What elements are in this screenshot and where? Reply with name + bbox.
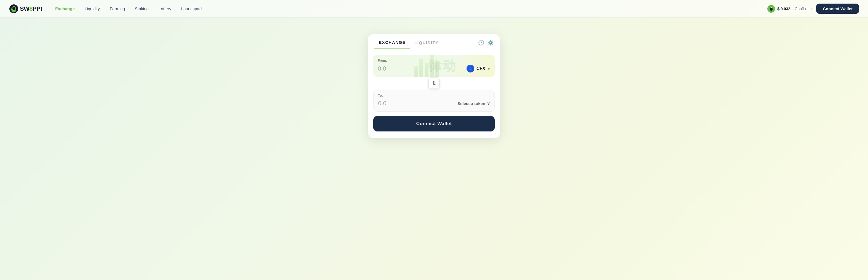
swap-button-row: ⇅ [373, 77, 495, 89]
logo: SW8PPI [9, 4, 42, 14]
nav-liquidity[interactable]: Liquidity [85, 6, 100, 11]
tab-icons: 🕐 ⚙️ [478, 40, 494, 49]
navbar: SW8PPI Exchange Liquidity Farming Stakin… [0, 0, 868, 18]
network-badge[interactable]: Conflu... › [795, 7, 812, 11]
network-name: Conflu... [795, 7, 809, 11]
cfx-chevron-icon: ∨ [488, 67, 490, 71]
svg-point-5 [771, 7, 772, 8]
tab-exchange[interactable]: EXCHANGE [374, 40, 410, 49]
logo-icon [9, 4, 19, 14]
nav-right: $ 0.032 Conflu... › Connect Wallet [767, 4, 859, 14]
tab-liquidity[interactable]: LIQUIDITY [410, 40, 443, 49]
from-box: 律动 From: C CFX ∨ [373, 55, 495, 77]
from-label: From: [378, 59, 490, 63]
svg-point-3 [13, 6, 14, 7]
card-tabs: EXCHANGE LIQUIDITY 🕐 ⚙️ [368, 34, 500, 49]
to-row: Select a token ∨ [378, 100, 490, 107]
nav-lottery[interactable]: Lottery [159, 6, 171, 11]
cfx-logo: C [467, 65, 474, 72]
price-badge: $ 0.032 [767, 5, 790, 13]
connect-wallet-main-button[interactable]: Connect Wallet [373, 116, 495, 131]
select-token-label: Select a token [458, 101, 485, 106]
select-token-button[interactable]: Select a token ∨ [458, 101, 490, 106]
network-chevron-icon: › [811, 7, 812, 11]
to-amount-input[interactable] [378, 100, 411, 107]
select-token-chevron-icon: ∨ [487, 101, 490, 106]
token-price-icon [767, 5, 775, 13]
logo-text: SW8PPI [20, 5, 42, 12]
swap-direction-button[interactable]: ⇅ [428, 77, 440, 89]
nav-staking[interactable]: Staking [135, 6, 149, 11]
clock-icon[interactable]: 🕐 [478, 40, 484, 46]
svg-text:C: C [470, 68, 471, 70]
to-label: To: [378, 94, 490, 98]
nav-exchange[interactable]: Exchange [55, 6, 75, 11]
connect-wallet-nav-button[interactable]: Connect Wallet [816, 4, 859, 14]
nav-farming[interactable]: Farming [110, 6, 125, 11]
cfx-token-name: CFX [476, 66, 485, 71]
from-row: C CFX ∨ [378, 65, 490, 72]
token-price: $ 0.032 [777, 7, 790, 11]
nav-links: Exchange Liquidity Farming Staking Lotte… [55, 6, 767, 11]
exchange-body: 律动 From: C CFX ∨ [368, 49, 500, 138]
from-amount-input[interactable] [378, 65, 411, 72]
nav-launchpad[interactable]: Launchpad [181, 6, 202, 11]
cfx-token-selector[interactable]: C CFX ∨ [467, 65, 490, 72]
settings-icon[interactable]: ⚙️ [488, 40, 494, 46]
exchange-card: EXCHANGE LIQUIDITY 🕐 ⚙️ 律动 [368, 34, 500, 138]
main-content: EXCHANGE LIQUIDITY 🕐 ⚙️ 律动 [0, 18, 868, 138]
to-box: To: Select a token ∨ [373, 90, 495, 112]
